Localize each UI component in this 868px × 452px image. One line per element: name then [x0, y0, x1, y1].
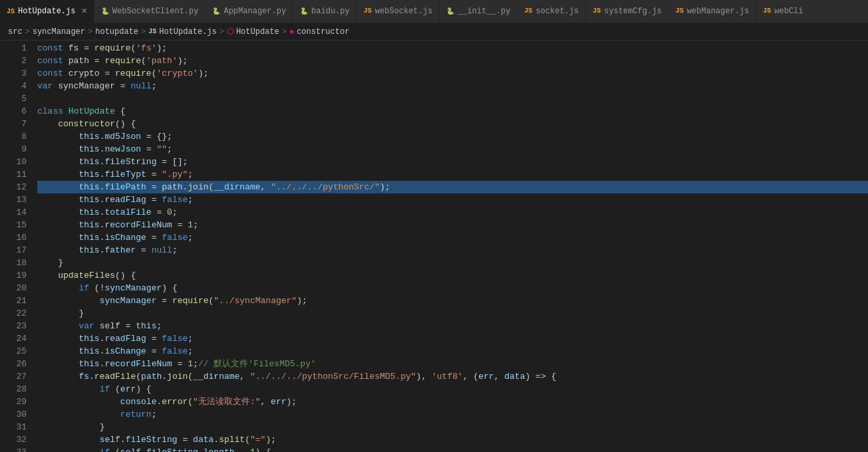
code-line: if (err) { — [37, 383, 868, 396]
tab-label: baidu.py — [311, 7, 350, 16]
py-file-icon: 🐍 — [300, 7, 308, 15]
js-breadcrumb-icon: JS — [148, 28, 156, 35]
code-line: fs.readFile(path.join(__dirname, "../../… — [37, 370, 868, 383]
code-line: } — [37, 257, 868, 269]
code-line: self.fileString = data.split("="); — [37, 433, 868, 446]
code-line: class HotUpdate { — [37, 105, 868, 118]
code-line: this.isChange = false; — [37, 345, 868, 358]
breadcrumb-method-icon: ◈ — [289, 27, 294, 37]
tab-webcli[interactable]: JS webCli — [756, 0, 810, 23]
js-file-icon: JS — [524, 7, 532, 15]
breadcrumb-method: constructor — [297, 27, 349, 37]
code-line: } — [37, 421, 868, 433]
code-line: this.readFlag = false; — [37, 193, 868, 206]
code-line: this.totalFile = 0; — [37, 206, 868, 219]
tab-socket[interactable]: JS socket.js — [517, 0, 586, 23]
line-numbers: 1 2 3 4 5 6 7 8 9 10 11 12 13 14 15 16 1… — [0, 41, 32, 452]
py-file-icon: 🐍 — [212, 7, 220, 15]
tab-webmanager[interactable]: JS webManager.js — [669, 0, 757, 23]
tab-bar: JS HotUpdate.js × 🐍 WebSocketClient.py 🐍… — [0, 0, 868, 23]
code-line: this.newJson = ""; — [37, 143, 868, 156]
tab-init[interactable]: 🐍 __init__.py — [440, 0, 517, 23]
js-file-icon: JS — [593, 7, 601, 15]
breadcrumb-class-icon: ⬡ — [227, 27, 233, 37]
code-line: syncManager = require("../syncManager"); — [37, 294, 868, 307]
code-line: const path = require('path'); — [37, 55, 868, 67]
tab-label: systemCfg.js — [604, 7, 661, 16]
code-line: this.father = null; — [37, 244, 868, 257]
tab-label: HotUpdate.js — [18, 7, 75, 16]
tab-label: webSocket.js — [375, 7, 432, 16]
code-line: if (!syncManager) { — [37, 282, 868, 294]
js-file-icon: JS — [7, 8, 15, 15]
tab-label: AppManager.py — [223, 7, 286, 16]
code-line: this.fileString = []; — [37, 156, 868, 168]
code-line: this.md5Json = {}; — [37, 130, 868, 143]
code-line: return; — [37, 408, 868, 421]
code-line: this.readFlag = false; — [37, 332, 868, 345]
js-file-icon: JS — [676, 7, 684, 15]
code-line: updateFiles() { — [37, 269, 868, 282]
breadcrumb-hotupdate: hotupdate — [95, 27, 138, 37]
breadcrumb: src > syncManager > hotupdate > JS HotUp… — [0, 23, 868, 41]
tab-label: socket.js — [535, 7, 579, 16]
code-line: var syncManager = null; — [37, 80, 868, 92]
js-file-icon: JS — [364, 7, 372, 15]
tab-label: webManager.js — [687, 7, 750, 16]
breadcrumb-syncmanager: syncManager — [33, 27, 85, 37]
tab-websocketclient[interactable]: 🐍 WebSocketClient.py — [94, 0, 206, 23]
breadcrumb-src: src — [8, 27, 23, 37]
code-line: this.recordFileNum = 1; — [37, 219, 868, 231]
code-line: var self = this; — [37, 320, 868, 332]
tab-label: webCli — [774, 7, 803, 16]
tab-hotupdate[interactable]: JS HotUpdate.js × — [0, 0, 94, 23]
breadcrumb-class: HotUpdate — [236, 27, 279, 37]
code-line: constructor() { — [37, 118, 868, 130]
code-line: console.error("无法读取文件:", err); — [37, 396, 868, 408]
tab-label: WebSocketClient.py — [112, 7, 199, 16]
code-line — [37, 92, 868, 105]
code-line: const crypto = require('crypto'); — [37, 67, 868, 80]
tab-baidu[interactable]: 🐍 baidu.py — [293, 0, 357, 23]
breadcrumb-filename: HotUpdate.js — [159, 27, 216, 37]
code-line-highlighted: this.filePath = path.join(__dirname, "..… — [37, 181, 868, 193]
code-line: this.recordFileNum = 1;// 默认文件'FilesMD5.… — [37, 358, 868, 370]
code-line: } — [37, 307, 868, 320]
py-file-icon: 🐍 — [446, 7, 454, 15]
code-line: if (self.fileString.length - 1) { — [37, 446, 868, 452]
py-file-icon: 🐍 — [101, 7, 109, 15]
close-icon[interactable]: × — [81, 6, 86, 17]
editor: 1 2 3 4 5 6 7 8 9 10 11 12 13 14 15 16 1… — [0, 41, 868, 452]
code-line: const fs = require('fs'); — [37, 42, 868, 55]
code-line: this.isChange = false; — [37, 231, 868, 244]
tab-systemcfg[interactable]: JS systemCfg.js — [586, 0, 668, 23]
tab-websocket[interactable]: JS webSocket.js — [357, 0, 440, 23]
code-area[interactable]: const fs = require('fs'); const path = r… — [32, 41, 868, 452]
code-line: this.fileTypt = ".py"; — [37, 168, 868, 181]
tab-appmanager[interactable]: 🐍 AppManager.py — [206, 0, 293, 23]
tab-label: __init__.py — [458, 7, 510, 16]
js-file-icon: JS — [763, 7, 771, 15]
